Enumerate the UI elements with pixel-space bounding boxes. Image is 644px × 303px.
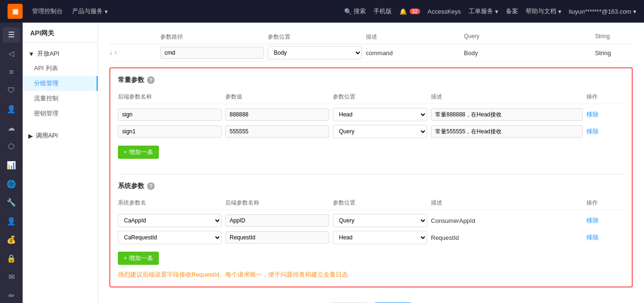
col-header-type: Query <box>464 33 591 41</box>
sidebar-icon-shield[interactable]: 🔒 <box>3 251 20 266</box>
bell-button[interactable]: 🔔 32 <box>399 8 420 15</box>
sign-value-input[interactable] <box>225 108 329 121</box>
cmd-input[interactable] <box>160 47 264 59</box>
sign-remove-link[interactable]: 移除 <box>586 111 599 118</box>
user-menu[interactable]: liuyun*******@163.com ▾ <box>569 8 636 15</box>
sidebar-icon-globe[interactable]: 🌐 <box>3 176 20 191</box>
body-select[interactable]: Body Query Head Path <box>268 46 362 59</box>
caappid-sys-select[interactable]: CaAppId CaRequestId CaClientIp CaAppKey <box>118 214 222 227</box>
requestid-backend-input[interactable] <box>225 231 329 244</box>
chevron-down-icon: ▾ <box>633 8 636 15</box>
col-sys-action: 操作 <box>586 199 624 207</box>
icp-link[interactable]: 备案 <box>506 7 518 16</box>
sidebar-icon-collapse[interactable]: ◁ <box>3 46 20 61</box>
sign1-remove-link[interactable]: 移除 <box>586 128 599 135</box>
requestid-desc-text: RequestId <box>431 234 459 241</box>
console-title[interactable]: 管理控制台 <box>32 7 63 16</box>
red-border-section: 常量参数 ? 后端参数名称 参数值 参数位置 描述 操作 <box>109 67 633 287</box>
requestid-remove-link[interactable]: 移除 <box>586 234 599 241</box>
chevron-down-icon: ▾ <box>495 8 498 15</box>
sidebar-icon-security[interactable]: 🛡 <box>3 83 20 98</box>
row-up-icon[interactable]: ↑ <box>114 49 117 56</box>
desc-text: command <box>366 49 393 57</box>
row-index: ↓ <box>109 49 112 56</box>
sidebar-icon-list[interactable]: ≡ <box>3 65 20 80</box>
topnav-right: 🔍 搜索 手机版 🔔 32 AccessKeys 工单服务 ▾ 备案 帮助与文档… <box>344 7 637 16</box>
const-title-text: 常量参数 <box>118 76 144 84</box>
sign-desc-input[interactable] <box>431 108 583 121</box>
sys-row2-backend <box>225 231 329 244</box>
sidebar-icon-users[interactable]: 👤 <box>3 102 20 117</box>
sidebar-icon-chart[interactable]: 📊 <box>3 158 20 173</box>
sign1-desc-input[interactable] <box>431 125 583 138</box>
sidebar-icon-menu[interactable]: ☰ <box>3 27 20 42</box>
col-action: 操作 <box>586 93 624 101</box>
collapse-arrow-icon: ▼ <box>28 50 34 57</box>
table-header: 参数路径 参数位置 描述 Query String <box>109 30 633 44</box>
sys-row2-action: 移除 <box>586 233 624 242</box>
sidebar-section-header-call[interactable]: ▶ 调用API <box>23 129 98 143</box>
sidebar-section-header-open[interactable]: ▼ 开放API <box>23 47 98 61</box>
sidebar-icon-wrench[interactable]: 🔧 <box>3 195 20 210</box>
carequestid-sys-select[interactable]: CaAppId CaRequestId CaClientIp CaAppKey <box>118 231 222 244</box>
sign1-name-input[interactable] <box>118 125 222 138</box>
sys-row1-backend <box>225 214 329 227</box>
sign-position-select[interactable]: Head Query Body Path <box>333 108 427 121</box>
requestid-position-select[interactable]: Query Head Body Path <box>333 231 427 244</box>
sys-params-header: 系统参数名 后端参数名称 参数位置 描述 操作 <box>118 196 624 210</box>
section-label-open: 开放API <box>37 49 59 58</box>
const-row2-desc <box>431 125 583 138</box>
accesskeys-link[interactable]: AccessKeys <box>428 8 461 15</box>
sign-name-input[interactable] <box>118 108 222 121</box>
sys-params-grid: 系统参数名 后端参数名称 参数位置 描述 操作 CaAppId CaReques… <box>118 196 624 244</box>
const-params-grid: 后端参数名称 参数值 参数位置 描述 操作 <box>118 90 624 138</box>
bell-icon: 🔔 <box>399 8 407 15</box>
mobile-button[interactable]: 手机版 <box>373 7 392 16</box>
sidebar-item-key[interactable]: 密钥管理 <box>23 106 98 121</box>
dtype-text: String <box>595 49 611 57</box>
sidebar-item-group[interactable]: 分组管理 <box>23 76 98 91</box>
appid-backend-input[interactable] <box>225 214 329 227</box>
tools-menu[interactable]: 工单服务 ▾ <box>469 7 498 16</box>
help-menu[interactable]: 帮助与文档 ▾ <box>526 7 561 16</box>
col-backend-name: 后端参数名称 <box>118 93 222 101</box>
row-controls: ↓ ↑ <box>109 49 157 56</box>
sys-row1-position: Query Head Body Path <box>333 214 427 227</box>
sys-add-button[interactable]: + 增加一条 <box>118 252 159 265</box>
sign1-value-input[interactable] <box>225 125 329 138</box>
search-button[interactable]: 🔍 搜索 <box>344 7 366 16</box>
const-add-button[interactable]: + 增加一条 <box>118 146 159 159</box>
sidebar-icon-box[interactable]: ⬡ <box>3 139 20 154</box>
const-row1-position: Head Query Body Path <box>333 108 427 121</box>
products-menu[interactable]: 产品与服务 ▾ <box>72 7 108 16</box>
col-sys-desc: 描述 <box>431 199 583 207</box>
const-row2-position: Head Query Body Path <box>333 125 427 138</box>
row-type-body: Body <box>464 49 591 57</box>
appid-remove-link[interactable]: 移除 <box>586 217 599 224</box>
sidebar-icon-mail[interactable]: ✉ <box>3 270 20 285</box>
appid-position-select[interactable]: Query Head Body Path <box>333 214 427 227</box>
warning-text: 强烈建议后端设置字段接收RequestId。每个请求唯一，便于问题排查和建立全量… <box>118 270 624 279</box>
sidebar-icon-cloud[interactable]: ☁ <box>3 121 20 136</box>
const-row2-value <box>225 125 329 138</box>
sys-title-text: 系统参数 <box>118 182 144 190</box>
sidebar-icon-coin[interactable]: 💰 <box>3 232 20 247</box>
appid-desc-text: ConsumerAppId <box>431 217 475 224</box>
sys-row2-sys-name: CaAppId CaRequestId CaClientIp CaAppKey <box>118 231 222 244</box>
col-header-dtype: String <box>595 33 633 41</box>
const-row2-action: 移除 <box>586 127 624 136</box>
sign1-position-select[interactable]: Head Query Body Path <box>333 125 427 138</box>
expand-arrow-icon: ▶ <box>28 132 33 139</box>
sidebar-icon-edit[interactable]: ✏ <box>3 288 20 303</box>
sidebar-section-call: ▶ 调用API <box>23 125 98 147</box>
col-sys-name: 系统参数名 <box>118 199 222 207</box>
const-row1-name <box>118 108 222 121</box>
sys-row2-desc: RequestId <box>431 234 583 241</box>
sys-help-icon[interactable]: ? <box>147 182 155 190</box>
sys-row1-sys-name: CaAppId CaRequestId CaClientIp CaAppKey <box>118 214 222 227</box>
sidebar-item-api-list[interactable]: API 列表 <box>23 61 98 76</box>
sidebar-item-flow[interactable]: 流量控制 <box>23 91 98 106</box>
sys-row2-position: Query Head Body Path <box>333 231 427 244</box>
const-help-icon[interactable]: ? <box>147 76 155 84</box>
sidebar-icon-person[interactable]: 👤 <box>3 213 20 229</box>
